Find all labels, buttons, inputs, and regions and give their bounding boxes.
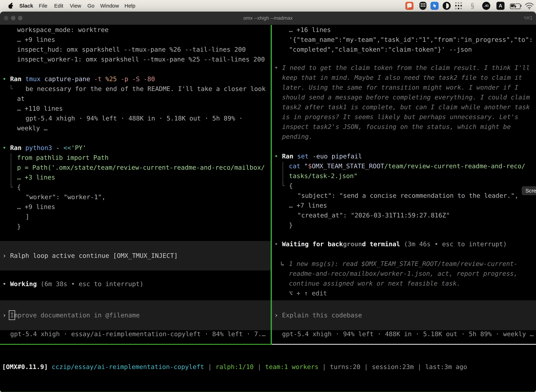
output-line: {: [289, 181, 293, 191]
thinking-line: should send a message before completing …: [282, 92, 530, 102]
log-line: … +9 lines: [17, 35, 55, 45]
chat-app-icon[interactable]: [405, 2, 413, 10]
apple-menu-icon[interactable]: [9, 3, 13, 9]
menu-help[interactable]: Help: [124, 0, 135, 12]
cat-command-line: tasks/task-2.json": [289, 171, 358, 181]
omx-status-line: [OMX#0.11.9] cczip/essay/ai-reimplementa…: [2, 362, 467, 372]
code-line: p = Path('.omx/state/team/review-current…: [17, 163, 265, 173]
log-line: workspace_mode: worktree: [17, 25, 109, 35]
log-line: '{"team_name":"my-team","task_id":"1","f…: [289, 35, 533, 45]
pane-hud: … +16 lines '{"team_name":"my-team","tas…: [272, 25, 536, 344]
menu-window[interactable]: Window: [100, 0, 119, 12]
pane-bottom-border-left: [0, 344, 271, 345]
screen-tooltip: Scre: [522, 186, 536, 195]
output-line: "created_at": "2026-03-31T11:59:27.816Z": [297, 210, 450, 220]
spark-badge-icon[interactable]: [431, 2, 439, 10]
pane-bottom-border-right: [272, 344, 536, 345]
output-line: … +9 lines: [17, 202, 55, 212]
text-cursor: I: [10, 312, 14, 319]
ralph-loop-text: Ralph loop active continue [OMX_TMUX_INJ…: [10, 252, 178, 259]
bullet-icon: •: [274, 240, 278, 248]
log-line: "completed","claim_token":"claim-token"}…: [289, 45, 472, 54]
output-line: gpt-5.4 xhigh · 94% left · 488K in · 5.1…: [25, 113, 243, 123]
output-line: }: [289, 220, 293, 230]
omx-version: [OMX#0.11.9]: [2, 363, 52, 370]
omx-team: team:1 workers: [265, 363, 318, 370]
elbow-icon: └: [9, 84, 13, 94]
pane-divider: [271, 25, 272, 345]
waiting-status: • Waiting for background terminal (3m 46…: [274, 239, 507, 249]
mailbox-note-line: readme-and-reco/mailbox/worker-1.json, a…: [289, 269, 517, 279]
input-placeholder: mprove documentation in @filename: [14, 312, 140, 319]
wifi-icon[interactable]: [525, 2, 533, 10]
hook-icon[interactable]: §: [469, 2, 477, 10]
pane-worker: workspace_mode: worktree … +9 lines insp…: [0, 25, 271, 344]
thinking-line: inspect task2's JSON, focusing on the st…: [282, 122, 511, 132]
bullet-icon: •: [2, 144, 6, 151]
input-source-icon[interactable]: A: [496, 2, 505, 10]
battery-icon[interactable]: [510, 4, 521, 9]
elbow-icon: └: [9, 182, 13, 192]
log-line: inspect_worker-1: omx sparkshell --tmux-…: [17, 54, 265, 64]
menu-go[interactable]: Go: [87, 0, 94, 12]
output-line: ]: [25, 212, 29, 222]
output-line: "subject": "send a concise recommendatio…: [297, 191, 518, 201]
log-line: … +16 lines: [289, 25, 331, 35]
prompt-input-left[interactable]: › Improve documentation in @filename: [0, 300, 271, 330]
mailbox-note-line: 1 new msg(s): read $OMX_TEAM_STATE_ROOT/…: [289, 259, 517, 269]
bullet-icon: •: [2, 280, 6, 288]
apple-body: [9, 4, 13, 9]
elbow-icon: └: [281, 181, 285, 191]
omx-turns: turns:20: [330, 363, 360, 370]
menu-bar: Slack File Edit View Go Window Help § ..…: [0, 0, 536, 12]
menu-edit[interactable]: Edit: [54, 0, 63, 12]
omx-path: cczip/essay/ai-reimplementation-copyleft: [52, 363, 204, 370]
chevron-icon: ›: [2, 312, 6, 319]
thinking-line: is in progress? It seems likely but perh…: [282, 112, 518, 122]
cat-command-line: cat "$OMX_TEAM_STATE_ROOT/team/review-cu…: [289, 161, 525, 171]
ralph-loop-banner: › Ralph loop active continue [OMX_TMUX_I…: [0, 241, 271, 271]
code-block-rule: [282, 162, 283, 184]
model-status-line: gpt-5.4 xhigh · 94% left · 488K in · 5.1…: [282, 329, 534, 339]
output-line: {: [17, 182, 21, 192]
menu-view[interactable]: View: [70, 0, 81, 12]
bullet-icon: •: [274, 153, 278, 160]
terminal-window: omx --xhigh --madmax ⌥⌘1 workspace_mode:…: [0, 12, 536, 392]
output-line: … +110 lines: [17, 104, 63, 113]
output-line: weekly …: [17, 123, 48, 133]
output-line: "worker": "worker-1",: [25, 192, 105, 202]
mailbox-arrow-icon: ↳: [281, 259, 284, 269]
bullet-icon: •: [274, 63, 278, 73]
ran-set-command: • Ran set -euo pipefail: [274, 151, 362, 161]
edit-hint: ⌥ + ↑ edit: [289, 288, 327, 298]
bullet-icon: •: [2, 75, 6, 83]
thinking-line: I need to get the claim token from the c…: [282, 63, 530, 73]
password-shield-icon[interactable]: [419, 2, 427, 10]
menu-file[interactable]: File: [39, 0, 47, 12]
code-line: … +3 lines: [17, 173, 55, 182]
omx-session: session:23m: [372, 363, 414, 370]
terminal-content: workspace_mode: worktree … +9 lines insp…: [0, 25, 536, 392]
omx-ralph: ralph:1/10: [215, 363, 254, 370]
window-titlebar[interactable]: omx --xhigh --madmax ⌥⌘1: [0, 12, 536, 25]
output-line: }: [17, 222, 21, 232]
output-line: … +7 lines: [289, 201, 327, 210]
code-block-rule: [11, 154, 11, 184]
window-shortcut: ⌥⌘1: [523, 12, 532, 25]
menu-app-name[interactable]: Slack: [19, 0, 33, 12]
thinking-line: keep that in mind. Maybe I also need the…: [282, 73, 522, 83]
model-status-line: gpt-5.4 xhigh · essay/ai-reimplementatio…: [10, 329, 266, 339]
chevron-icon: ›: [274, 312, 278, 319]
moon-icon[interactable]: [443, 2, 451, 10]
code-line: from pathlib import Path: [17, 153, 109, 163]
battery-percent-badge[interactable]: ..61: [482, 2, 490, 10]
omx-last: last:3m ago: [425, 363, 467, 370]
ran-tmux-command: • Ran tmux capture-pane -t %25 -p -S -80: [2, 74, 155, 84]
mailbox-note-line: continue assigned work or next feasible …: [289, 279, 460, 288]
output-line: be necessary for the end of the README. …: [25, 84, 266, 94]
ran-python-command: • Ran python3 - <<'PY': [2, 143, 86, 153]
prompt-input-right[interactable]: › Explain this codebase: [272, 300, 536, 330]
thinking-line: later. Using the same for transition mig…: [282, 83, 518, 92]
chevron-icon: ›: [2, 252, 6, 259]
dots-grid-icon[interactable]: [455, 2, 463, 10]
